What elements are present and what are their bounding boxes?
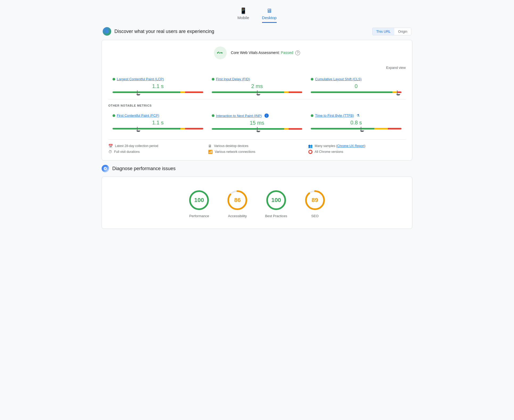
metric-fid-label: First Input Delay (FID) (212, 77, 302, 81)
inp-value: 15 ms (212, 120, 302, 126)
metric-cls: Cumulative Layout Shift (CLS) 0 (306, 74, 406, 97)
other-metrics-grid: First Contentful Paint (FCP) 1.1 s Inter… (108, 110, 406, 134)
fid-bar-orange (284, 91, 289, 93)
cwv-header: Core Web Vitals Assessment: Passed ? (108, 47, 406, 59)
diagnose-avatar (102, 165, 109, 172)
fid-bar (212, 91, 302, 93)
crux-link[interactable]: Chrome UX Report (337, 144, 364, 148)
expand-view[interactable]: Expand view (108, 66, 406, 70)
lcp-marker (137, 90, 138, 94)
cwv-status: Passed (281, 51, 293, 55)
fcp-value: 1.1 s (113, 120, 203, 126)
lcp-status-dot (113, 78, 115, 81)
score-accessibility: 86 Accessibility (227, 190, 248, 218)
best-practices-circle: 100 (266, 190, 287, 211)
inp-info-icon[interactable]: i (264, 114, 269, 118)
footer-samples: 👥 Many samples (Chrome UX Report) (308, 144, 406, 148)
scores-grid: 100 Performance 86 Accessibility (108, 183, 406, 222)
score-performance: 100 Performance (188, 190, 210, 218)
metric-fid: First Input Delay (FID) 2 ms (208, 74, 307, 97)
footer-network: 📶 Various network connections (208, 150, 306, 154)
svg-point-2 (221, 52, 222, 54)
fcp-bar (113, 128, 203, 129)
seo-circle: 89 (304, 190, 326, 211)
origin-button[interactable]: Origin (394, 28, 411, 35)
fcp-marker (137, 127, 138, 131)
svg-point-6 (106, 167, 107, 168)
inp-bar-orange (284, 128, 289, 130)
lcp-name[interactable]: Largest Contentful Paint (LCP) (117, 77, 164, 81)
ttfb-marker (361, 127, 361, 131)
ttfb-bar (311, 128, 401, 129)
metric-fcp: First Contentful Paint (FCP) 1.1 s (108, 110, 208, 134)
cwv-title: Core Web Vitals Assessment: Passed ? (231, 51, 300, 55)
metric-inp-label: Interaction to Next Paint (INP) i (212, 114, 302, 118)
diagnose-section-header: Diagnose performance issues (102, 165, 412, 172)
metric-lcp: Largest Contentful Paint (LCP) 1.1 s (108, 74, 208, 97)
fcp-status-dot (113, 114, 115, 117)
cwv-card: Core Web Vitals Assessment: Passed ? Exp… (102, 40, 412, 161)
lcp-value: 1.1 s (113, 83, 203, 89)
metric-ttfb-label: Time to First Byte (TTFB) ⚗ (311, 114, 401, 117)
fid-name[interactable]: First Input Delay (FID) (216, 77, 250, 81)
metric-fcp-label: First Contentful Paint (FCP) (113, 114, 203, 117)
device-icon: 🖥 (208, 144, 212, 148)
best-practices-label: Best Practices (265, 214, 287, 218)
this-url-button[interactable]: This URL (372, 28, 394, 35)
footer-chrome: ⭕ All Chrome versions (308, 150, 406, 154)
lcp-bar (113, 91, 203, 93)
ttfb-bar-red (388, 128, 401, 129)
header-left: Discover what your real users are experi… (103, 27, 214, 36)
diagnose-title: Diagnose performance issues (112, 166, 176, 171)
footer-devices: 🖥 Various desktop devices (208, 144, 306, 148)
users-icon: 👥 (308, 144, 313, 148)
ttfb-value: 0.8 s (311, 120, 401, 126)
accessibility-score: 86 (234, 197, 241, 204)
inp-name[interactable]: Interaction to Next Paint (INP) (216, 114, 262, 118)
score-seo: 89 SEO (304, 190, 326, 218)
fid-bar-red (289, 91, 302, 93)
cls-bar (311, 91, 401, 93)
performance-circle: 100 (188, 190, 210, 211)
inp-bar-red (289, 128, 302, 130)
tab-desktop-label: Desktop (262, 15, 277, 20)
cwv-icon (214, 47, 227, 59)
avatar (103, 27, 111, 36)
tab-mobile[interactable]: 📱 Mobile (237, 7, 249, 23)
ttfb-status-dot (311, 114, 313, 117)
desktop-icon: 🖥 (266, 7, 272, 14)
chrome-icon: ⭕ (308, 150, 313, 154)
cls-bar-red (397, 91, 401, 93)
fcp-name[interactable]: First Contentful Paint (FCP) (117, 114, 159, 117)
tab-desktop[interactable]: 🖥 Desktop (262, 7, 277, 23)
ttfb-bar-orange (374, 128, 388, 129)
ttfb-bar-green (311, 128, 374, 129)
help-icon[interactable]: ? (295, 51, 300, 55)
mobile-icon: 📱 (240, 7, 247, 14)
inp-marker (257, 127, 258, 131)
flask-icon: ⚗ (357, 114, 360, 117)
footer-col2: 🖥 Various desktop devices 📶 Various netw… (208, 144, 306, 154)
metrics-divider (108, 99, 406, 100)
fid-marker (257, 90, 258, 94)
fid-status-dot (212, 78, 214, 81)
lcp-bar-red (185, 91, 203, 93)
cls-marker (397, 90, 397, 94)
svg-point-5 (105, 168, 106, 169)
other-metrics-label: OTHER NOTABLE METRICS (108, 104, 406, 107)
footer-collection-period: 📅 Latest 28-day collection period (108, 144, 206, 148)
lcp-bar-orange (180, 91, 185, 93)
cls-name[interactable]: Cumulative Layout Shift (CLS) (315, 77, 362, 81)
cls-status-dot (311, 78, 313, 81)
cls-bar-orange (392, 91, 397, 93)
header-row: Discover what your real users are experi… (102, 27, 412, 36)
footer-samples-text: Many samples (Chrome UX Report) (315, 144, 366, 148)
performance-score: 100 (194, 197, 204, 204)
metric-cls-label: Cumulative Layout Shift (CLS) (311, 77, 401, 81)
page-title: Discover what your real users are experi… (114, 29, 214, 34)
tab-mobile-label: Mobile (237, 15, 249, 20)
ttfb-name[interactable]: Time to First Byte (TTFB) (315, 114, 354, 117)
fcp-bar-green (113, 128, 180, 129)
inp-bar-green (212, 128, 284, 130)
inp-bar (212, 128, 302, 130)
